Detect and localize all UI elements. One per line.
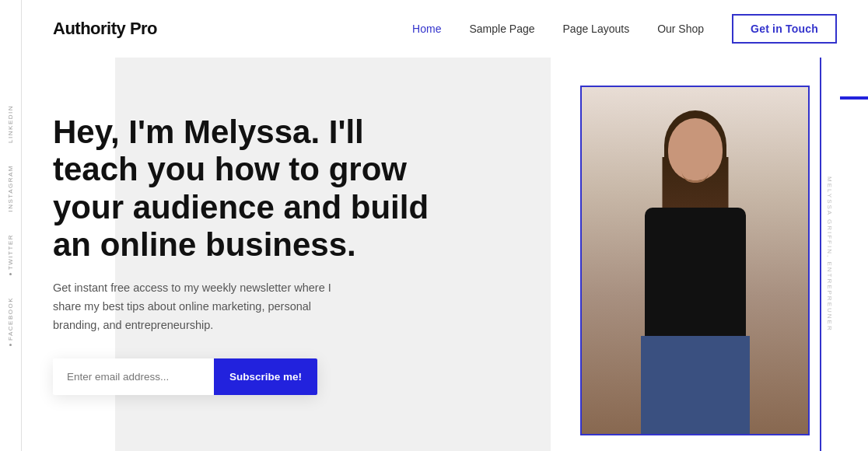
email-form: Subscribe me! [53,358,317,395]
social-linkedin[interactable]: LinkedIn [7,105,14,143]
blue-accent-line [840,96,868,100]
pants-shape [641,336,750,434]
social-sidebar: LinkedIn Instagram Twitter Facebook [0,0,22,451]
social-twitter[interactable]: Twitter [7,234,14,275]
subscribe-button[interactable]: Subscribe me! [214,358,317,395]
hero-subtitle: Get instant free access to my weekly new… [53,279,333,335]
get-in-touch-button[interactable]: Get in Touch [732,14,837,44]
main-nav: Home Sample Page Page Layouts Our Shop G… [412,14,837,44]
social-facebook[interactable]: Facebook [7,297,14,346]
nav-home[interactable]: Home [412,23,441,35]
email-input[interactable] [53,358,214,395]
hero-title: Hey, I'm Melyssa. I'll teach you how to … [53,114,434,264]
header: Authority Pro Home Sample Page Page Layo… [22,0,868,58]
hero-section: Hey, I'm Melyssa. I'll teach you how to … [22,58,868,451]
nav-page-layouts[interactable]: Page Layouts [563,23,630,35]
right-border-accent: MELYSSA GRIFFIN, ENTREPREUNER [820,58,837,451]
nav-our-shop[interactable]: Our Shop [657,23,704,35]
person-photo [582,87,808,434]
hero-image-panel: MELYSSA GRIFFIN, ENTREPREUNER [572,58,837,451]
nav-sample-page[interactable]: Sample Page [469,23,534,35]
hero-content: Hey, I'm Melyssa. I'll teach you how to … [22,58,487,451]
image-caption-label: MELYSSA GRIFFIN, ENTREPREUNER [826,177,833,332]
main-wrapper: Authority Pro Home Sample Page Page Layo… [22,0,868,451]
site-logo[interactable]: Authority Pro [53,19,157,39]
head-shape [668,118,723,180]
hero-photo-frame [580,86,810,435]
social-instagram[interactable]: Instagram [7,165,14,212]
